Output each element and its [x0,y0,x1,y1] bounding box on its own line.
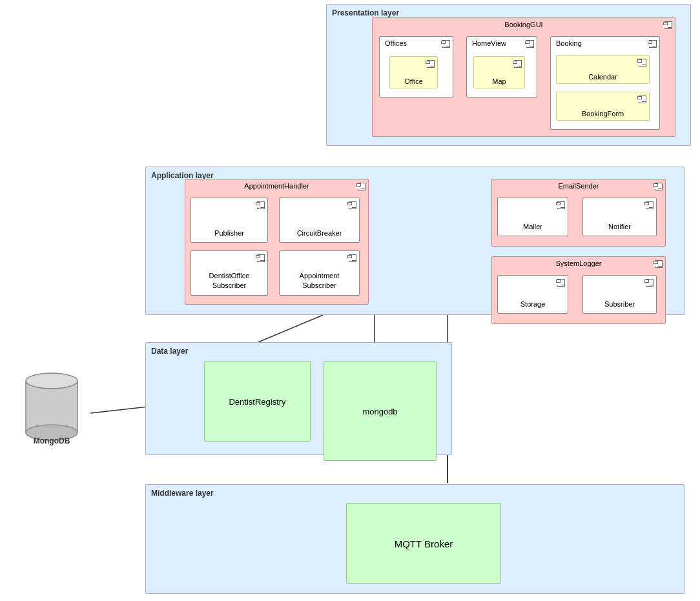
dentist-office-subscriber-component: DentistOffice Subscriber [190,250,268,296]
office-label: Office [404,77,423,85]
email-sender-label: EmailSender [559,182,599,190]
map-uml-icon [513,59,522,67]
bookingform-label: BookingForm [582,110,624,117]
booking-label: Booking [556,39,582,47]
storage-label: Storage [520,300,546,308]
svg-point-6 [26,373,77,389]
mailer-component: Mailer [497,198,568,236]
booking-uml-icon [648,39,657,47]
subsriber-uml-icon [644,278,654,286]
middleware-layer-label: Middleware layer [151,489,214,498]
circuit-breaker-label: CircuitBreaker [297,229,342,237]
system-logger-component: SystemLogger Storage [491,256,666,324]
calendar-uml-icon [637,58,646,66]
dentist-registry-label: DentistRegistry [229,396,285,406]
homeview-component: HomeView Map [466,36,537,97]
appointment-subscriber-component: Appointment Subscriber [279,250,360,296]
svg-line-0 [258,315,323,342]
dentist-subscriber-uml-icon [256,254,265,261]
data-layer: Data layer DentistRegistry mongodb [145,342,452,455]
data-layer-label: Data layer [151,347,188,356]
publisher-component: Publisher [190,198,268,243]
appointment-handler-component: AppointmentHandler Publisher [185,179,369,305]
mongodb-cylinder: MongoDB [19,368,84,445]
calendar-label: Calendar [588,73,617,81]
offices-uml-icon [441,39,450,47]
offices-component: Offices Office [379,36,453,97]
circuit-breaker-component: CircuitBreaker [279,198,360,243]
calendar-component: Calendar [556,55,650,84]
booking-gui-label: BookingGUI [504,21,542,28]
presentation-layer-label: Presentation layer [332,8,399,17]
storage-component: Storage [497,275,568,314]
booking-gui-uml-icon [663,21,672,28]
bookingform-component: BookingForm [556,92,650,121]
email-sender-uml-icon [654,182,663,190]
homeview-uml-icon [525,39,534,47]
system-logger-label: SystemLogger [556,260,602,267]
storage-uml-icon [556,278,565,286]
appt-subscriber-uml-icon [347,254,356,261]
notifier-component: Notifier [582,198,657,236]
subsriber-component: Subsriber [582,275,657,314]
publisher-label: Publisher [214,229,244,237]
presentation-layer: Presentation layer BookingGUI Offices [326,4,691,146]
appointment-handler-label: AppointmentHandler [244,182,309,190]
mqtt-broker-label: MQTT Broker [395,538,453,549]
appt-subscriber-label: Appointment Subscriber [300,271,340,290]
dentist-registry-component: DentistRegistry [204,361,311,442]
middleware-layer: Middleware layer MQTT Broker [145,484,685,594]
offices-label: Offices [385,39,407,47]
circuit-breaker-uml-icon [347,201,356,209]
system-logger-uml-icon [654,260,663,267]
mongodb-db-label: mongodb [362,406,397,416]
mailer-uml-icon [556,201,565,209]
publisher-uml-icon [256,201,265,209]
appointment-handler-uml-icon [356,182,365,190]
map-label: Map [492,77,506,85]
application-layer: Application layer AppointmentHandler Pub… [145,167,685,315]
office-component: Office [389,56,438,88]
office-uml-icon [426,59,435,67]
booking-component: Booking Calendar [550,36,660,130]
bookingform-uml-icon [637,95,646,103]
mongodb-label: MongoDB [34,436,70,445]
homeview-label: HomeView [472,39,506,47]
diagram-container: Presentation layer BookingGUI Offices [0,0,700,601]
booking-gui-component: BookingGUI Offices [372,17,675,137]
dentist-subscriber-label: DentistOffice Subscriber [209,271,250,290]
notifier-uml-icon [644,201,654,209]
mailer-label: Mailer [523,223,542,230]
notifier-label: Notifier [608,223,631,230]
mqtt-broker-component: MQTT Broker [346,503,501,584]
map-component: Map [473,56,525,88]
subsriber-label: Subsriber [604,300,635,308]
email-sender-component: EmailSender Mailer [491,179,666,247]
mongodb-component: mongodb [324,361,437,461]
